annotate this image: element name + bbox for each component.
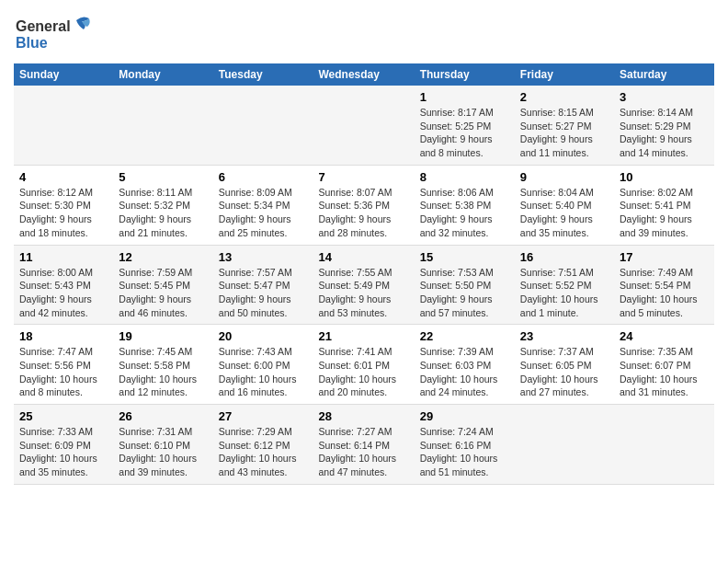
day-number: 12 <box>119 250 207 264</box>
day-number: 10 <box>620 170 709 184</box>
week-row-5: 25Sunrise: 7:33 AM Sunset: 6:09 PM Dayli… <box>14 405 714 485</box>
calendar-cell: 6Sunrise: 8:09 AM Sunset: 5:34 PM Daylig… <box>213 165 313 245</box>
day-number: 23 <box>520 329 609 343</box>
calendar-cell: 1Sunrise: 8:17 AM Sunset: 5:25 PM Daylig… <box>415 86 515 165</box>
day-number: 25 <box>19 409 108 423</box>
calendar-cell: 2Sunrise: 8:15 AM Sunset: 5:27 PM Daylig… <box>515 86 614 165</box>
calendar-cell: 4Sunrise: 8:12 AM Sunset: 5:30 PM Daylig… <box>14 165 113 245</box>
day-number: 5 <box>119 170 207 184</box>
day-number: 18 <box>19 329 108 343</box>
day-number: 4 <box>19 170 108 184</box>
cell-info: Sunrise: 8:14 AM Sunset: 5:29 PM Dayligh… <box>620 107 693 158</box>
header-row: SundayMondayTuesdayWednesdayThursdayFrid… <box>14 63 714 86</box>
cell-info: Sunrise: 7:41 AM Sunset: 6:01 PM Dayligh… <box>318 346 396 397</box>
calendar-cell: 29Sunrise: 7:24 AM Sunset: 6:16 PM Dayli… <box>415 405 515 485</box>
week-row-3: 11Sunrise: 8:00 AM Sunset: 5:43 PM Dayli… <box>14 245 714 325</box>
header-cell-tuesday: Tuesday <box>213 63 313 86</box>
cell-info: Sunrise: 7:35 AM Sunset: 6:07 PM Dayligh… <box>620 346 698 397</box>
day-number: 6 <box>219 170 308 184</box>
calendar-cell: 10Sunrise: 8:02 AM Sunset: 5:41 PM Dayli… <box>614 165 714 245</box>
header-cell-saturday: Saturday <box>614 63 714 86</box>
day-number: 21 <box>318 329 408 343</box>
header-cell-thursday: Thursday <box>415 63 515 86</box>
day-number: 19 <box>119 329 207 343</box>
calendar-cell <box>14 86 113 165</box>
week-row-1: 1Sunrise: 8:17 AM Sunset: 5:25 PM Daylig… <box>14 86 714 165</box>
cell-info: Sunrise: 8:06 AM Sunset: 5:38 PM Dayligh… <box>420 187 494 238</box>
header-cell-monday: Monday <box>113 63 212 86</box>
calendar-cell: 16Sunrise: 7:51 AM Sunset: 5:52 PM Dayli… <box>515 245 614 325</box>
week-row-4: 18Sunrise: 7:47 AM Sunset: 5:56 PM Dayli… <box>14 325 714 405</box>
calendar-cell: 22Sunrise: 7:39 AM Sunset: 6:03 PM Dayli… <box>415 325 515 405</box>
calendar-cell: 26Sunrise: 7:31 AM Sunset: 6:10 PM Dayli… <box>113 405 212 485</box>
logo: General Blue <box>14 13 97 58</box>
calendar-cell: 7Sunrise: 8:07 AM Sunset: 5:36 PM Daylig… <box>313 165 414 245</box>
calendar-cell: 15Sunrise: 7:53 AM Sunset: 5:50 PM Dayli… <box>415 245 515 325</box>
calendar-cell: 9Sunrise: 8:04 AM Sunset: 5:40 PM Daylig… <box>515 165 614 245</box>
cell-info: Sunrise: 7:57 AM Sunset: 5:47 PM Dayligh… <box>219 267 292 318</box>
cell-info: Sunrise: 8:11 AM Sunset: 5:32 PM Dayligh… <box>119 187 192 238</box>
calendar-cell: 25Sunrise: 7:33 AM Sunset: 6:09 PM Dayli… <box>14 405 113 485</box>
day-number: 14 <box>318 250 408 264</box>
header-cell-sunday: Sunday <box>14 63 113 86</box>
cell-info: Sunrise: 7:45 AM Sunset: 5:58 PM Dayligh… <box>119 346 197 397</box>
calendar-cell: 20Sunrise: 7:43 AM Sunset: 6:00 PM Dayli… <box>213 325 313 405</box>
day-number: 9 <box>520 170 609 184</box>
calendar-cell: 23Sunrise: 7:37 AM Sunset: 6:05 PM Dayli… <box>515 325 614 405</box>
cell-info: Sunrise: 7:47 AM Sunset: 5:56 PM Dayligh… <box>19 346 97 397</box>
day-number: 11 <box>19 250 108 264</box>
cell-info: Sunrise: 7:43 AM Sunset: 6:00 PM Dayligh… <box>219 346 297 397</box>
cell-info: Sunrise: 7:53 AM Sunset: 5:50 PM Dayligh… <box>420 267 494 318</box>
day-number: 22 <box>420 329 509 343</box>
day-number: 26 <box>119 409 207 423</box>
calendar-cell <box>313 86 414 165</box>
cell-info: Sunrise: 7:24 AM Sunset: 6:16 PM Dayligh… <box>420 426 498 477</box>
cell-info: Sunrise: 8:00 AM Sunset: 5:43 PM Dayligh… <box>19 267 93 318</box>
day-number: 3 <box>620 90 709 104</box>
cell-info: Sunrise: 8:17 AM Sunset: 5:25 PM Dayligh… <box>420 107 494 158</box>
calendar-cell: 5Sunrise: 8:11 AM Sunset: 5:32 PM Daylig… <box>113 165 212 245</box>
day-number: 16 <box>520 250 609 264</box>
cell-info: Sunrise: 8:02 AM Sunset: 5:41 PM Dayligh… <box>620 187 693 238</box>
calendar-cell: 21Sunrise: 7:41 AM Sunset: 6:01 PM Dayli… <box>313 325 414 405</box>
cell-info: Sunrise: 8:04 AM Sunset: 5:40 PM Dayligh… <box>520 187 594 238</box>
cell-info: Sunrise: 7:37 AM Sunset: 6:05 PM Dayligh… <box>520 346 598 397</box>
cell-info: Sunrise: 7:59 AM Sunset: 5:45 PM Dayligh… <box>119 267 192 318</box>
calendar-cell <box>515 405 614 485</box>
calendar-cell: 8Sunrise: 8:06 AM Sunset: 5:38 PM Daylig… <box>415 165 515 245</box>
cell-info: Sunrise: 8:07 AM Sunset: 5:36 PM Dayligh… <box>318 187 392 238</box>
calendar-cell: 3Sunrise: 8:14 AM Sunset: 5:29 PM Daylig… <box>614 86 714 165</box>
header-cell-friday: Friday <box>515 63 614 86</box>
svg-text:General: General <box>16 18 71 34</box>
calendar-cell <box>213 86 313 165</box>
logo-text: General Blue <box>14 13 97 58</box>
cell-info: Sunrise: 8:12 AM Sunset: 5:30 PM Dayligh… <box>19 187 93 238</box>
calendar-cell: 11Sunrise: 8:00 AM Sunset: 5:43 PM Dayli… <box>14 245 113 325</box>
calendar-cell <box>614 405 714 485</box>
day-number: 1 <box>420 90 509 104</box>
cell-info: Sunrise: 7:51 AM Sunset: 5:52 PM Dayligh… <box>520 267 598 318</box>
cell-info: Sunrise: 7:27 AM Sunset: 6:14 PM Dayligh… <box>318 426 396 477</box>
header-area: General Blue <box>14 9 714 58</box>
day-number: 8 <box>420 170 509 184</box>
cell-info: Sunrise: 7:49 AM Sunset: 5:54 PM Dayligh… <box>620 267 698 318</box>
day-number: 2 <box>520 90 609 104</box>
calendar-cell <box>113 86 212 165</box>
week-row-2: 4Sunrise: 8:12 AM Sunset: 5:30 PM Daylig… <box>14 165 714 245</box>
day-number: 20 <box>219 329 308 343</box>
cell-info: Sunrise: 8:09 AM Sunset: 5:34 PM Dayligh… <box>219 187 292 238</box>
page-container: General Blue SundayMondayTuesdayWednesda… <box>0 0 728 494</box>
cell-info: Sunrise: 8:15 AM Sunset: 5:27 PM Dayligh… <box>520 107 594 158</box>
day-number: 29 <box>420 409 509 423</box>
cell-info: Sunrise: 7:29 AM Sunset: 6:12 PM Dayligh… <box>219 426 297 477</box>
calendar-cell: 19Sunrise: 7:45 AM Sunset: 5:58 PM Dayli… <box>113 325 212 405</box>
calendar-cell: 14Sunrise: 7:55 AM Sunset: 5:49 PM Dayli… <box>313 245 414 325</box>
calendar-cell: 17Sunrise: 7:49 AM Sunset: 5:54 PM Dayli… <box>614 245 714 325</box>
calendar-cell: 18Sunrise: 7:47 AM Sunset: 5:56 PM Dayli… <box>14 325 113 405</box>
day-number: 27 <box>219 409 308 423</box>
header-cell-wednesday: Wednesday <box>313 63 414 86</box>
cell-info: Sunrise: 7:31 AM Sunset: 6:10 PM Dayligh… <box>119 426 197 477</box>
cell-info: Sunrise: 7:33 AM Sunset: 6:09 PM Dayligh… <box>19 426 97 477</box>
day-number: 28 <box>318 409 408 423</box>
calendar-cell: 28Sunrise: 7:27 AM Sunset: 6:14 PM Dayli… <box>313 405 414 485</box>
